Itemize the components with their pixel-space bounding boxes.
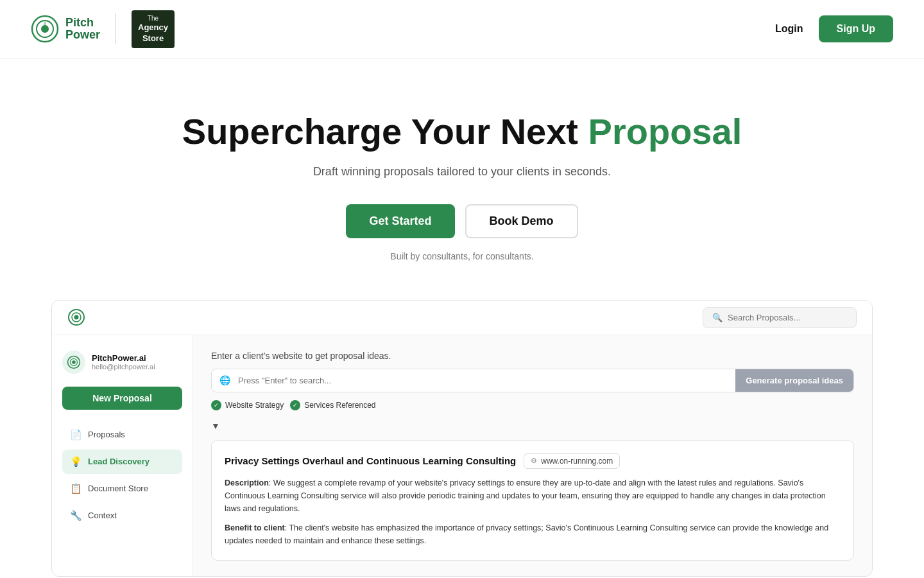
description-label: Description xyxy=(225,478,269,487)
benefit-text: : The client's website has emphasized th… xyxy=(225,523,828,545)
sidebar-item-context-label: Context xyxy=(88,511,117,520)
proposal-description: Description: We suggest a complete revam… xyxy=(225,477,841,515)
sidebar-user-info: PitchPower.ai hello@pitchpower.ai xyxy=(92,353,182,371)
sidebar-item-context[interactable]: 🔧 Context xyxy=(62,504,182,528)
get-started-button[interactable]: Get Started xyxy=(346,204,454,238)
header: PitchPower The Agency Store Login Sign U… xyxy=(0,0,924,59)
proposal-card-title: Privacy Settings Overhaul and Continuous… xyxy=(225,455,516,466)
sidebar-item-document-store[interactable]: 📋 Document Store xyxy=(62,477,182,501)
avatar xyxy=(62,351,85,374)
hero-subtitle: Draft winning proposals tailored to your… xyxy=(31,165,893,179)
mockup-top-bar: 🔍 xyxy=(52,301,872,335)
sidebar-user: PitchPower.ai hello@pitchpower.ai xyxy=(62,351,182,374)
mockup-sidebar: PitchPower.ai hello@pitchpower.ai New Pr… xyxy=(52,335,193,576)
mockup-main-content: Enter a client's website to get proposal… xyxy=(193,335,872,576)
generate-proposal-button[interactable]: Generate proposal ideas xyxy=(735,369,853,392)
hero-section: Supercharge Your Next Proposal Draft win… xyxy=(0,59,924,300)
url-input[interactable] xyxy=(238,369,735,392)
benefit-label: Benefit to client xyxy=(225,523,285,532)
tag-services-referenced: Services Referenced xyxy=(290,400,375,410)
sidebar-item-lead-discovery-label: Lead Discovery xyxy=(88,457,150,466)
tag-check-icon xyxy=(211,400,221,410)
description-text: : We suggest a complete revamp of your w… xyxy=(225,478,826,513)
login-button[interactable]: Login xyxy=(775,23,803,35)
app-mockup: 🔍 PitchPower.ai hello@pitchpower.ai xyxy=(51,300,873,577)
url-globe-icon: ⚙ xyxy=(531,457,537,465)
sidebar-item-proposals-label: Proposals xyxy=(88,430,125,439)
proposal-card-header: Privacy Settings Overhaul and Continuous… xyxy=(225,453,841,469)
context-icon: 🔧 xyxy=(70,510,81,521)
document-store-icon: 📋 xyxy=(70,483,81,495)
pitch-power-logo: PitchPower xyxy=(31,15,100,43)
sidebar-nav: 📄 Proposals 💡 Lead Discovery 📋 Document … xyxy=(62,423,182,528)
filter-icon[interactable]: ▼ xyxy=(211,421,220,431)
logo-divider xyxy=(116,13,116,44)
search-icon: 🔍 xyxy=(712,313,723,322)
lead-discovery-icon: 💡 xyxy=(70,456,81,468)
main-label: Enter a client's website to get proposal… xyxy=(211,351,854,361)
proposal-card: Privacy Settings Overhaul and Continuous… xyxy=(211,440,854,561)
tag-website-strategy: Website Strategy xyxy=(211,400,284,410)
mockup-body: PitchPower.ai hello@pitchpower.ai New Pr… xyxy=(52,335,872,576)
proposal-benefit: Benefit to client: The client's website … xyxy=(225,521,841,547)
agency-store-badge: The Agency Store xyxy=(132,10,175,48)
logo-area: PitchPower The Agency Store xyxy=(31,10,175,48)
pitchpower-icon xyxy=(31,15,59,43)
hero-buttons: Get Started Book Demo xyxy=(31,204,893,238)
signup-button[interactable]: Sign Up xyxy=(819,15,893,42)
sidebar-user-name: PitchPower.ai xyxy=(92,353,182,363)
sidebar-item-proposals[interactable]: 📄 Proposals xyxy=(62,423,182,447)
url-input-row: 🌐 Generate proposal ideas xyxy=(211,369,854,392)
sidebar-item-lead-discovery[interactable]: 💡 Lead Discovery xyxy=(62,450,182,474)
mockup-pitchpower-logo xyxy=(67,308,85,326)
hero-title: Supercharge Your Next Proposal xyxy=(31,110,893,152)
svg-point-8 xyxy=(72,360,76,364)
nav-right: Login Sign Up xyxy=(775,15,893,42)
proposal-url-text: www.on-running.com xyxy=(541,457,613,466)
tags-row: Website Strategy Services Referenced xyxy=(211,400,854,410)
sidebar-new-proposal-button[interactable]: New Proposal xyxy=(62,387,182,410)
tag-check-icon-2 xyxy=(290,400,300,410)
proposals-icon: 📄 xyxy=(70,429,81,441)
sidebar-item-document-store-label: Document Store xyxy=(88,484,148,493)
sidebar-user-email: hello@pitchpower.ai xyxy=(92,363,182,371)
svg-point-5 xyxy=(74,315,79,320)
globe-icon: 🌐 xyxy=(212,375,238,385)
mockup-search-bar[interactable]: 🔍 xyxy=(703,307,857,328)
hero-tagline: Built by consultants, for consultants. xyxy=(31,251,893,261)
search-input[interactable] xyxy=(728,313,847,322)
brand-name: PitchPower xyxy=(65,17,100,42)
proposal-card-url[interactable]: ⚙ www.on-running.com xyxy=(524,453,620,469)
filter-row: ▼ xyxy=(211,421,854,431)
book-demo-button[interactable]: Book Demo xyxy=(465,204,578,238)
